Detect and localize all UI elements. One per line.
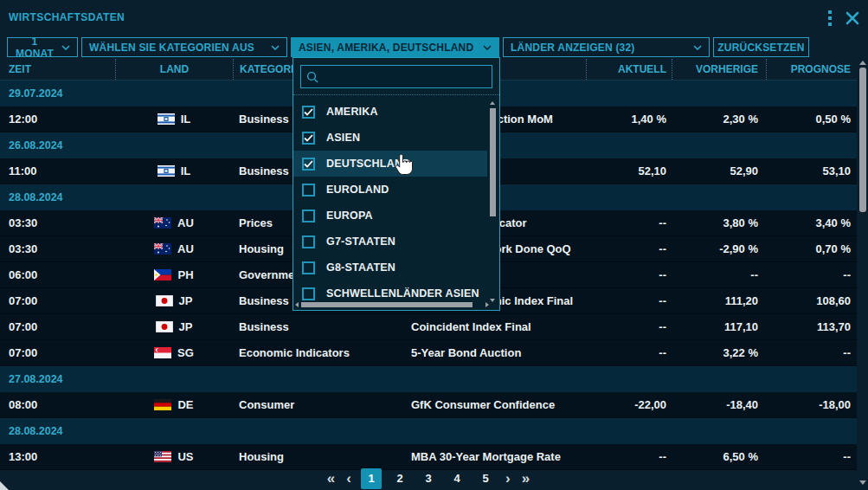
previous-cell: -2,90 % — [672, 242, 766, 255]
country-cell: PH — [115, 268, 233, 281]
forecast-cell: 0,70 % — [766, 242, 857, 255]
date-label: 29.07.2024 — [9, 87, 63, 100]
checkbox-checked-icon[interactable] — [302, 158, 315, 171]
previous-cell: 6,50 % — [672, 450, 766, 463]
table-row[interactable]: 08:00DEConsumerGfK Consumer Confidence-2… — [0, 392, 857, 418]
column-header-vorherige[interactable]: VORHERIGE — [672, 59, 766, 80]
country-code: AU — [177, 242, 194, 255]
country-cell: IL — [115, 164, 233, 177]
country-code: US — [177, 450, 193, 463]
country-cell: US — [115, 450, 233, 463]
column-header-land[interactable]: LAND — [115, 59, 233, 80]
scroll-up-arrow-icon[interactable] — [859, 61, 866, 65]
country-code: PH — [177, 268, 193, 281]
countries-dropdown[interactable]: LÄNDER ANZEIGEN (32) — [503, 37, 710, 57]
pagination-next-button[interactable]: › — [504, 468, 512, 489]
pagination-page-4[interactable]: 4 — [447, 468, 467, 489]
scrollbar-thumb[interactable] — [490, 108, 496, 216]
previous-cell: 3,22 % — [672, 346, 766, 359]
vertical-scrollbar[interactable] — [858, 59, 867, 487]
date-label: 27.08.2024 — [9, 373, 63, 385]
scrollbar-thumb[interactable] — [301, 302, 473, 307]
chevron-down-icon — [61, 45, 70, 50]
checkbox-checked-icon[interactable] — [302, 106, 315, 119]
table-row[interactable]: 07:00JPBusinessCoincident Index Final--1… — [0, 314, 857, 340]
pagination-last-button[interactable]: » — [520, 468, 531, 489]
country-code: IL — [181, 164, 191, 177]
regions-dropdown-label: ASIEN, AMERIKA, DEUTSCHLAND — [299, 42, 473, 54]
pagination-page-1[interactable]: 1 — [361, 468, 382, 489]
checkbox-checked-icon[interactable] — [302, 132, 315, 145]
previous-cell: 111,20 — [672, 294, 766, 307]
region-option-label: AMERIKA — [326, 106, 378, 118]
divider — [293, 94, 499, 95]
region-option-euroland[interactable]: EUROLAND — [293, 177, 487, 203]
region-option-g7-staaten[interactable]: G7-STAATEN — [293, 229, 487, 255]
search-box[interactable] — [300, 65, 492, 88]
flag-jp-icon — [156, 295, 173, 306]
actual-cell: -- — [586, 346, 672, 359]
search-icon — [306, 71, 318, 83]
column-header-aktuell[interactable]: AKTUELL — [586, 59, 672, 80]
scroll-right-arrow-icon[interactable] — [485, 302, 489, 307]
forecast-cell: 53,10 — [766, 164, 857, 177]
flag-il-icon — [158, 165, 175, 177]
pagination-page-5[interactable]: 5 — [475, 468, 496, 489]
kebab-menu-icon[interactable] — [826, 9, 833, 28]
previous-cell: 52,90 — [672, 164, 766, 177]
time-cell: 12:00 — [0, 113, 115, 126]
category-cell: Consumer — [233, 398, 404, 411]
panel-horizontal-scrollbar[interactable] — [295, 301, 489, 308]
region-option-asien[interactable]: ASIEN — [293, 125, 487, 151]
checkbox-unchecked-icon[interactable] — [302, 287, 315, 300]
event-cell: 5-Year Bond Auction — [404, 346, 586, 359]
region-option-europa[interactable]: EUROPA — [293, 203, 487, 229]
pagination-first-button[interactable]: « — [325, 468, 337, 489]
regions-dropdown-panel: AMERIKAASIENDEUTSCHLANDEUROLANDEUROPAG7-… — [293, 57, 500, 311]
categories-dropdown[interactable]: WÄHLEN SIE KATEGORIEN AUS — [81, 37, 287, 57]
categories-dropdown-label: WÄHLEN SIE KATEGORIEN AUS — [89, 42, 254, 54]
region-option-amerika[interactable]: AMERIKA — [293, 99, 487, 125]
actual-cell: -- — [586, 268, 672, 281]
panel-vertical-scrollbar[interactable] — [489, 101, 497, 302]
period-dropdown[interactable]: 1 MONAT — [7, 37, 78, 57]
regions-dropdown[interactable]: ASIEN, AMERIKA, DEUTSCHLAND — [291, 37, 499, 57]
checkbox-unchecked-icon[interactable] — [302, 235, 315, 248]
region-option-label: SCHWELLENLÄNDER ASIEN — [326, 287, 479, 300]
category-cell: Housing — [233, 450, 404, 463]
forecast-cell: 0,50 % — [766, 113, 857, 126]
scrollbar-thumb[interactable] — [859, 68, 866, 212]
column-header-prognose[interactable]: PROGNOSE — [766, 59, 857, 80]
event-cell: GfK Consumer Confidence — [404, 398, 586, 411]
chevron-down-icon — [693, 45, 702, 50]
previous-cell: -18,40 — [672, 398, 766, 411]
checkbox-unchecked-icon[interactable] — [302, 261, 315, 274]
country-code: IL — [181, 113, 191, 126]
close-icon[interactable] — [845, 11, 859, 25]
previous-cell: 3,80 % — [672, 216, 766, 229]
date-label: 26.08.2024 — [9, 139, 63, 152]
countries-dropdown-label: LÄNDER ANZEIGEN (32) — [511, 42, 635, 54]
column-header-zeit[interactable]: ZEIT — [0, 59, 115, 80]
reset-button[interactable]: ZURÜCKSETZEN — [713, 37, 809, 57]
actual-cell: -- — [586, 216, 672, 229]
filter-bar: 1 MONAT WÄHLEN SIE KATEGORIEN AUS ASIEN,… — [7, 37, 809, 57]
checkbox-unchecked-icon[interactable] — [302, 210, 315, 222]
time-cell: 11:00 — [0, 164, 115, 177]
pagination-page-3[interactable]: 3 — [418, 468, 439, 489]
region-option-g8-staaten[interactable]: G8-STAATEN — [293, 255, 487, 280]
scroll-up-arrow-icon[interactable] — [490, 101, 495, 105]
page-title: WIRTSCHAFTSDATEN — [9, 11, 125, 23]
actual-cell: -- — [586, 242, 672, 255]
checkbox-unchecked-icon[interactable] — [302, 184, 315, 197]
previous-cell: -- — [672, 268, 766, 281]
scroll-down-arrow-icon[interactable] — [490, 299, 495, 302]
scroll-down-arrow-icon[interactable] — [859, 480, 866, 485]
region-option-deutschland[interactable]: DEUTSCHLAND — [293, 151, 487, 177]
search-input[interactable] — [323, 71, 486, 83]
pagination-page-2[interactable]: 2 — [389, 468, 410, 489]
pagination-prev-button[interactable]: ‹ — [344, 468, 353, 489]
reset-button-label: ZURÜCKSETZEN — [717, 42, 804, 54]
scroll-left-arrow-icon[interactable] — [295, 302, 299, 307]
table-row[interactable]: 07:00SGEconomic Indicators5-Year Bond Au… — [0, 340, 857, 366]
